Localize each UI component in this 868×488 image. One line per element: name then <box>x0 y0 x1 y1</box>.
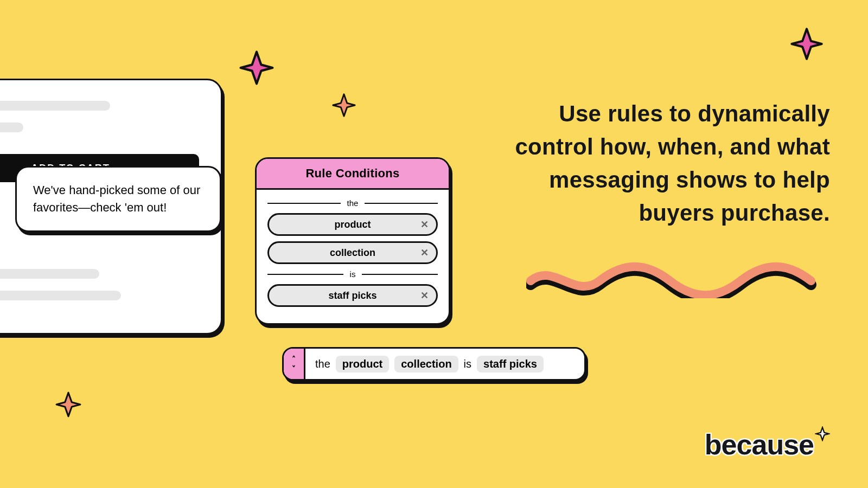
rule-panel-title: Rule Conditions <box>257 159 449 190</box>
stepper[interactable]: ˄ ˅ <box>284 349 305 379</box>
skeleton-line <box>0 269 99 279</box>
summary-tag-collection: collection <box>394 356 458 373</box>
because-logo: because <box>705 428 830 461</box>
rule-conditions-panel: Rule Conditions the product ✕ collection… <box>255 157 450 325</box>
summary-word: the <box>315 358 330 370</box>
sparkle-icon <box>815 426 830 441</box>
rule-summary-bar: ˄ ˅ the product collection is staff pick… <box>282 347 586 381</box>
favorites-bubble: We've hand-picked some of our favorites—… <box>15 166 221 232</box>
summary-tag-product: product <box>336 356 389 373</box>
close-icon[interactable]: ✕ <box>420 247 429 259</box>
summary-tag-staff-picks: staff picks <box>477 356 544 373</box>
sparkle-icon <box>789 26 825 62</box>
close-icon[interactable]: ✕ <box>420 290 429 301</box>
rule-option-product[interactable]: product ✕ <box>267 213 438 236</box>
divider-the: the <box>267 198 438 208</box>
divider-is: is <box>267 269 438 279</box>
sparkle-icon <box>331 92 357 118</box>
product-card: ADD TO CART We've hand-picked some of ou… <box>0 79 222 335</box>
sparkle-icon <box>238 49 276 87</box>
summary-word: is <box>464 358 471 370</box>
sparkle-icon <box>54 390 82 419</box>
chevron-up-icon[interactable]: ˄ <box>292 355 296 363</box>
skeleton-line <box>0 101 110 111</box>
headline-text: Use rules to dynamically control how, wh… <box>494 98 830 230</box>
rule-option-staff-picks[interactable]: staff picks ✕ <box>267 284 438 307</box>
chevron-down-icon[interactable]: ˅ <box>292 365 296 373</box>
skeleton-line <box>0 291 121 300</box>
rule-option-collection[interactable]: collection ✕ <box>267 241 438 264</box>
close-icon[interactable]: ✕ <box>420 219 429 230</box>
wave-decoration <box>526 260 830 298</box>
skeleton-line <box>0 123 23 132</box>
